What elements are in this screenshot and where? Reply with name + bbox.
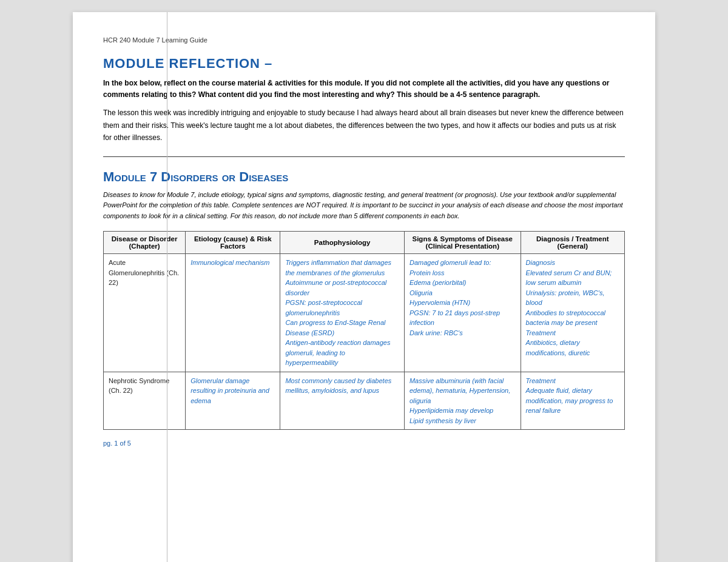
table-row: Nephrotic Syndrome (Ch. 22) Glomerular d… — [104, 372, 625, 430]
signs-2: Massive albuminuria (with facial edema),… — [404, 372, 521, 430]
header-line: HCR 240 Module 7 Learning Guide — [103, 36, 625, 44]
reflection-title: Module Reflection – — [103, 56, 625, 72]
page: HCR 240 Module 7 Learning Guide Module R… — [73, 12, 655, 562]
patho-2: Most commonly caused by diabetes mellitu… — [280, 372, 405, 430]
disorders-table: Disease or Disorder (Chapter) Etiology (… — [103, 231, 625, 430]
diagnosis-2: TreatmentAdequate fluid, dietary modific… — [521, 372, 624, 430]
reflection-body: The lesson this week was incredibly intr… — [103, 107, 625, 144]
etiology-2: Glomerular damage resulting in proteinur… — [186, 372, 280, 430]
disease-1: Acute Glomerulonephritis (Ch. 22) — [104, 254, 186, 372]
reflection-intro: In the box below, reflect on the course … — [103, 78, 625, 101]
patho-1: Triggers inflammation that damages the m… — [280, 254, 405, 372]
module7-title: Module 7 Disorders or Diseases — [103, 169, 625, 185]
disease-2: Nephrotic Syndrome (Ch. 22) — [104, 372, 186, 430]
signs-1: Damaged glomeruli lead to:Protein lossEd… — [404, 254, 521, 372]
col-header-etiology: Etiology (cause) & Risk Factors — [186, 232, 280, 254]
col-header-diagnosis: Diagnosis / Treatment (General) — [521, 232, 624, 254]
left-bar — [167, 12, 167, 562]
section-divider — [103, 156, 625, 157]
col-header-patho: Pathophysiology — [280, 232, 405, 254]
diagnosis-1: DiagnosisElevated serum Cr and BUN; low … — [521, 254, 624, 372]
col-header-signs: Signs & Symptoms of Disease (Clinical Pr… — [404, 232, 521, 254]
col-header-disease: Disease or Disorder (Chapter) — [104, 232, 186, 254]
etiology-1: Immunological mechanism — [186, 254, 280, 372]
module7-description: Diseases to know for Module 7, include e… — [103, 190, 625, 222]
footer: pg. 1 of 5 — [103, 440, 625, 447]
table-row: Acute Glomerulonephritis (Ch. 22) Immuno… — [104, 254, 625, 372]
